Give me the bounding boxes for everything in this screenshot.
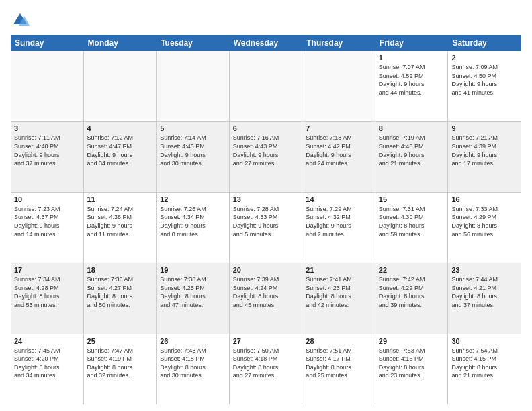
day-cell-20: 20Sunrise: 7:39 AM Sunset: 4:24 PM Dayli… — [230, 263, 303, 333]
day-number-20: 20 — [233, 266, 299, 274]
day-number-26: 26 — [160, 337, 226, 345]
day-info-25: Sunrise: 7:47 AM Sunset: 4:19 PM Dayligh… — [87, 347, 153, 380]
day-cell-9: 9Sunrise: 7:21 AM Sunset: 4:39 PM Daylig… — [448, 122, 521, 191]
day-info-2: Sunrise: 7:09 AM Sunset: 4:50 PM Dayligh… — [451, 63, 518, 97]
day-info-4: Sunrise: 7:12 AM Sunset: 4:47 PM Dayligh… — [87, 134, 153, 167]
day-number-10: 10 — [14, 195, 80, 203]
day-number-17: 17 — [14, 266, 80, 274]
day-number-27: 27 — [233, 337, 299, 345]
day-info-21: Sunrise: 7:41 AM Sunset: 4:23 PM Dayligh… — [306, 275, 371, 309]
day-cell-10: 10Sunrise: 7:23 AM Sunset: 4:37 PM Dayli… — [11, 193, 84, 263]
day-info-24: Sunrise: 7:45 AM Sunset: 4:20 PM Dayligh… — [14, 347, 80, 380]
logo — [11, 11, 32, 30]
day-info-13: Sunrise: 7:28 AM Sunset: 4:33 PM Dayligh… — [233, 205, 299, 238]
header-day-wednesday: Wednesday — [230, 35, 303, 51]
day-number-4: 4 — [87, 124, 153, 132]
day-info-16: Sunrise: 7:33 AM Sunset: 4:29 PM Dayligh… — [451, 205, 518, 238]
day-cell-17: 17Sunrise: 7:34 AM Sunset: 4:28 PM Dayli… — [11, 263, 84, 333]
header-day-tuesday: Tuesday — [157, 35, 230, 51]
day-info-28: Sunrise: 7:51 AM Sunset: 4:17 PM Dayligh… — [306, 347, 371, 380]
day-number-19: 19 — [160, 266, 226, 274]
day-number-25: 25 — [87, 337, 153, 345]
day-number-18: 18 — [87, 266, 153, 274]
week-row-1: 1Sunrise: 7:07 AM Sunset: 4:52 PM Daylig… — [11, 51, 521, 122]
day-cell-22: 22Sunrise: 7:42 AM Sunset: 4:22 PM Dayli… — [375, 263, 449, 333]
day-cell-16: 16Sunrise: 7:33 AM Sunset: 4:29 PM Dayli… — [448, 193, 521, 263]
day-info-8: Sunrise: 7:19 AM Sunset: 4:40 PM Dayligh… — [379, 134, 445, 167]
day-number-23: 23 — [451, 266, 518, 274]
header-day-sunday: Sunday — [11, 35, 84, 51]
day-number-11: 11 — [87, 195, 153, 203]
day-info-9: Sunrise: 7:21 AM Sunset: 4:39 PM Dayligh… — [451, 134, 518, 167]
day-cell-6: 6Sunrise: 7:16 AM Sunset: 4:43 PM Daylig… — [230, 122, 303, 191]
empty-cell-0-1 — [84, 51, 157, 121]
header-day-saturday: Saturday — [448, 35, 521, 51]
day-cell-8: 8Sunrise: 7:19 AM Sunset: 4:40 PM Daylig… — [375, 122, 449, 191]
day-number-3: 3 — [14, 124, 80, 132]
day-info-3: Sunrise: 7:11 AM Sunset: 4:48 PM Dayligh… — [14, 134, 80, 167]
day-number-8: 8 — [379, 124, 445, 132]
logo-icon — [11, 11, 30, 30]
day-cell-5: 5Sunrise: 7:14 AM Sunset: 4:45 PM Daylig… — [157, 122, 230, 191]
day-info-23: Sunrise: 7:44 AM Sunset: 4:21 PM Dayligh… — [451, 275, 518, 309]
day-info-7: Sunrise: 7:18 AM Sunset: 4:42 PM Dayligh… — [306, 134, 371, 167]
header-day-thursday: Thursday — [302, 35, 375, 51]
day-number-15: 15 — [379, 195, 445, 203]
day-number-9: 9 — [451, 124, 518, 132]
day-cell-7: 7Sunrise: 7:18 AM Sunset: 4:42 PM Daylig… — [302, 122, 375, 191]
empty-cell-0-2 — [157, 51, 230, 121]
day-cell-15: 15Sunrise: 7:31 AM Sunset: 4:30 PM Dayli… — [375, 193, 449, 263]
day-cell-21: 21Sunrise: 7:41 AM Sunset: 4:23 PM Dayli… — [302, 263, 375, 333]
day-number-21: 21 — [306, 266, 371, 274]
calendar-body: 1Sunrise: 7:07 AM Sunset: 4:52 PM Daylig… — [11, 51, 521, 404]
empty-cell-0-3 — [230, 51, 303, 121]
day-cell-19: 19Sunrise: 7:38 AM Sunset: 4:25 PM Dayli… — [157, 263, 230, 333]
day-info-12: Sunrise: 7:26 AM Sunset: 4:34 PM Dayligh… — [160, 205, 226, 238]
day-cell-18: 18Sunrise: 7:36 AM Sunset: 4:27 PM Dayli… — [84, 263, 157, 333]
day-info-29: Sunrise: 7:53 AM Sunset: 4:16 PM Dayligh… — [379, 347, 445, 380]
day-cell-30: 30Sunrise: 7:54 AM Sunset: 4:15 PM Dayli… — [448, 334, 521, 404]
day-number-16: 16 — [451, 195, 518, 203]
week-row-4: 17Sunrise: 7:34 AM Sunset: 4:28 PM Dayli… — [11, 263, 521, 334]
day-number-24: 24 — [14, 337, 80, 345]
week-row-3: 10Sunrise: 7:23 AM Sunset: 4:37 PM Dayli… — [11, 193, 521, 263]
day-info-30: Sunrise: 7:54 AM Sunset: 4:15 PM Dayligh… — [451, 347, 518, 380]
day-cell-14: 14Sunrise: 7:29 AM Sunset: 4:32 PM Dayli… — [302, 193, 375, 263]
day-cell-24: 24Sunrise: 7:45 AM Sunset: 4:20 PM Dayli… — [11, 334, 84, 404]
day-info-26: Sunrise: 7:48 AM Sunset: 4:18 PM Dayligh… — [160, 347, 226, 380]
day-number-14: 14 — [306, 195, 371, 203]
day-cell-4: 4Sunrise: 7:12 AM Sunset: 4:47 PM Daylig… — [84, 122, 157, 191]
day-cell-2: 2Sunrise: 7:09 AM Sunset: 4:50 PM Daylig… — [448, 51, 521, 121]
day-number-22: 22 — [379, 266, 445, 274]
day-cell-28: 28Sunrise: 7:51 AM Sunset: 4:17 PM Dayli… — [302, 334, 375, 404]
day-cell-29: 29Sunrise: 7:53 AM Sunset: 4:16 PM Dayli… — [375, 334, 449, 404]
header-day-friday: Friday — [375, 35, 449, 51]
day-number-7: 7 — [306, 124, 371, 132]
header — [11, 11, 521, 30]
week-row-2: 3Sunrise: 7:11 AM Sunset: 4:48 PM Daylig… — [11, 122, 521, 192]
day-info-15: Sunrise: 7:31 AM Sunset: 4:30 PM Dayligh… — [379, 205, 445, 238]
header-day-monday: Monday — [84, 35, 157, 51]
day-cell-25: 25Sunrise: 7:47 AM Sunset: 4:19 PM Dayli… — [84, 334, 157, 404]
day-cell-3: 3Sunrise: 7:11 AM Sunset: 4:48 PM Daylig… — [11, 122, 84, 191]
day-info-22: Sunrise: 7:42 AM Sunset: 4:22 PM Dayligh… — [379, 275, 445, 309]
day-info-14: Sunrise: 7:29 AM Sunset: 4:32 PM Dayligh… — [306, 205, 371, 238]
day-info-18: Sunrise: 7:36 AM Sunset: 4:27 PM Dayligh… — [87, 275, 153, 309]
day-cell-13: 13Sunrise: 7:28 AM Sunset: 4:33 PM Dayli… — [230, 193, 303, 263]
empty-cell-0-4 — [302, 51, 375, 121]
day-number-29: 29 — [379, 337, 445, 345]
day-number-13: 13 — [233, 195, 299, 203]
day-info-10: Sunrise: 7:23 AM Sunset: 4:37 PM Dayligh… — [14, 205, 80, 238]
week-row-5: 24Sunrise: 7:45 AM Sunset: 4:20 PM Dayli… — [11, 334, 521, 404]
day-number-6: 6 — [233, 124, 299, 132]
empty-cell-0-0 — [11, 51, 84, 121]
day-cell-12: 12Sunrise: 7:26 AM Sunset: 4:34 PM Dayli… — [157, 193, 230, 263]
calendar: SundayMondayTuesdayWednesdayThursdayFrid… — [11, 35, 521, 404]
page: SundayMondayTuesdayWednesdayThursdayFrid… — [0, 0, 532, 411]
day-cell-1: 1Sunrise: 7:07 AM Sunset: 4:52 PM Daylig… — [375, 51, 449, 121]
calendar-header: SundayMondayTuesdayWednesdayThursdayFrid… — [11, 35, 521, 51]
day-info-1: Sunrise: 7:07 AM Sunset: 4:52 PM Dayligh… — [379, 63, 445, 97]
day-info-11: Sunrise: 7:24 AM Sunset: 4:36 PM Dayligh… — [87, 205, 153, 238]
day-info-27: Sunrise: 7:50 AM Sunset: 4:18 PM Dayligh… — [233, 347, 299, 380]
day-info-5: Sunrise: 7:14 AM Sunset: 4:45 PM Dayligh… — [160, 134, 226, 167]
